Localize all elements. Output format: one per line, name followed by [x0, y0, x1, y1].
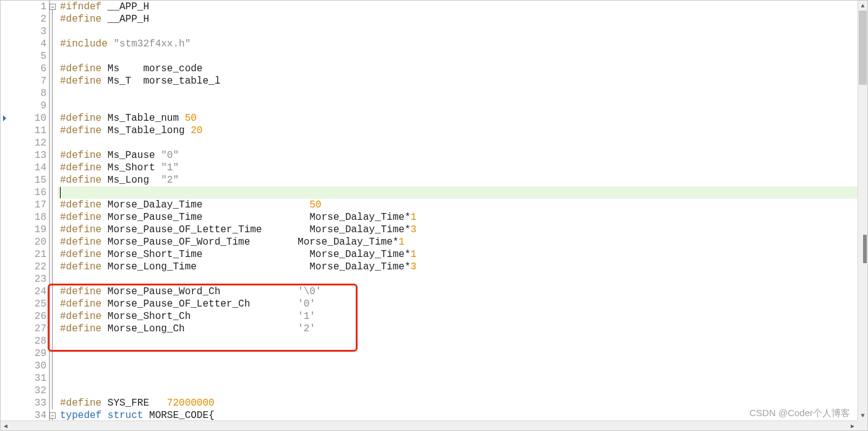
line-number-gutter[interactable]: 1234567891011121314151617181920212223242…: [1, 1, 50, 420]
line-number: 6: [1, 63, 48, 75]
code-line[interactable]: #define Ms_Table_long 20: [58, 124, 857, 137]
line-number: 10: [1, 112, 48, 124]
line-number: 11: [1, 124, 48, 137]
vertical-scroll-track[interactable]: [858, 11, 867, 411]
code-token: #define: [60, 311, 108, 322]
code-line[interactable]: #define Ms morse_code: [58, 63, 857, 75]
code-token: Morse_Pause_OF_Word_Time Morse_Dalay_Tim…: [108, 237, 398, 248]
code-line[interactable]: #define Ms_T morse_table_l: [58, 75, 857, 87]
code-token: Morse_Pause_OF_Letter_Ch: [108, 298, 298, 310]
scroll-down-button[interactable]: ▼: [858, 411, 867, 420]
code-line[interactable]: #define Morse_Long_Ch '2': [58, 323, 857, 335]
line-number: 27: [1, 323, 48, 335]
code-token: Morse_Pause_Time Morse_Dalay_Time*: [108, 212, 411, 223]
code-line[interactable]: [58, 335, 857, 347]
code-token: __APP_H: [108, 14, 149, 25]
line-number: 20: [1, 236, 48, 248]
line-number: 33: [1, 397, 48, 409]
code-token: Morse_Long_Ch: [108, 323, 298, 334]
code-token: #define: [60, 249, 108, 260]
code-line[interactable]: #define Morse_Pause_OF_Letter_Ch '0': [58, 298, 857, 310]
code-token: #include: [60, 38, 113, 50]
code-token: '\0': [298, 286, 321, 297]
fold-toggle-icon[interactable]: [49, 4, 56, 10]
code-token: 72000000: [167, 398, 215, 409]
code-line[interactable]: #define Morse_Pause_Time Morse_Dalay_Tim…: [58, 211, 857, 224]
line-number: 28: [1, 335, 48, 347]
code-text-area[interactable]: #ifndef __APP_H#define __APP_H#include "…: [58, 1, 857, 420]
code-line[interactable]: #define Morse_Pause_Word_Ch '\0': [58, 285, 857, 298]
vertical-scroll-thumb[interactable]: [859, 11, 867, 85]
line-number: 2: [1, 13, 48, 25]
scroll-left-button[interactable]: ◀: [1, 421, 11, 430]
code-token: typedef struct: [60, 410, 143, 420]
line-number: 29: [1, 347, 48, 360]
code-token: "stm32f4xx.h": [113, 38, 191, 50]
line-number: 16: [1, 186, 48, 199]
code-line[interactable]: #define Ms_Long "2": [58, 174, 857, 186]
code-token: Morse_Pause_Word_Ch: [108, 286, 298, 297]
code-token: #define: [60, 237, 108, 248]
code-token: 50: [309, 199, 321, 211]
horizontal-scrollbar[interactable]: ◀ ▶: [1, 420, 857, 430]
code-token: Ms_Short: [108, 162, 161, 173]
line-number: 8: [1, 87, 48, 100]
code-line[interactable]: [58, 186, 857, 199]
scroll-up-button[interactable]: ▲: [858, 1, 867, 11]
code-line[interactable]: [58, 87, 857, 100]
code-line[interactable]: #define Ms_Short "1": [58, 162, 857, 174]
code-line[interactable]: #include "stm32f4xx.h": [58, 38, 857, 50]
code-line[interactable]: #define Morse_Short_Time Morse_Dalay_Tim…: [58, 248, 857, 261]
code-token: #define: [60, 150, 108, 161]
code-editor: 1234567891011121314151617181920212223242…: [0, 0, 868, 431]
code-line[interactable]: [58, 347, 857, 360]
code-line[interactable]: [58, 372, 857, 385]
code-line[interactable]: typedef struct MORSE_CODE{: [58, 409, 857, 420]
code-line[interactable]: #define Morse_Long_Time Morse_Dalay_Time…: [58, 261, 857, 273]
code-token: #define: [60, 14, 108, 25]
editor-inner: 1234567891011121314151617181920212223242…: [1, 1, 857, 420]
code-token: #define: [60, 323, 108, 334]
code-token: #define: [60, 398, 108, 409]
code-line[interactable]: #define Morse_Short_Ch '1': [58, 310, 857, 323]
code-line[interactable]: [58, 385, 857, 397]
code-line[interactable]: #define Morse_Pause_OF_Letter_Time Morse…: [58, 224, 857, 236]
code-token: 3: [411, 261, 417, 272]
code-line[interactable]: [58, 273, 857, 285]
code-line[interactable]: #define SYS_FRE 72000000: [58, 397, 857, 409]
code-line[interactable]: #define Morse_Dalay_Time 50: [58, 199, 857, 211]
code-token: '1': [298, 311, 316, 322]
code-line[interactable]: [58, 360, 857, 372]
code-token: "1": [161, 162, 179, 173]
vertical-scrollbar[interactable]: ▲ ▼: [857, 1, 867, 420]
code-token: Ms_Long: [108, 175, 161, 186]
code-line[interactable]: #define __APP_H: [58, 13, 857, 25]
code-line[interactable]: [58, 137, 857, 149]
code-line[interactable]: #define Morse_Pause_OF_Word_Time Morse_D…: [58, 236, 857, 248]
code-token: 3: [411, 224, 417, 235]
code-line[interactable]: #define Ms_Table_num 50: [58, 112, 857, 124]
code-line[interactable]: #define Ms_Pause "0": [58, 149, 857, 162]
code-line[interactable]: [58, 100, 857, 112]
code-token: #define: [60, 76, 108, 87]
code-token: Ms morse_code: [108, 63, 203, 74]
code-token: #define: [60, 261, 108, 272]
fold-column[interactable]: [49, 1, 58, 420]
code-line[interactable]: #ifndef __APP_H: [58, 1, 857, 13]
code-token: #define: [60, 224, 108, 235]
scrollbar-corner: [857, 420, 867, 430]
code-token: #define: [60, 212, 108, 223]
fold-toggle-icon[interactable]: [49, 412, 56, 419]
code-line[interactable]: [58, 50, 857, 63]
code-token: 1: [411, 249, 417, 260]
code-token: "0": [161, 150, 179, 161]
scroll-right-button[interactable]: ▶: [848, 421, 857, 430]
code-line[interactable]: [58, 25, 857, 38]
code-token: 50: [185, 113, 197, 124]
code-token: 1: [411, 212, 417, 223]
line-number: 26: [1, 310, 48, 323]
code-token: __APP_H: [108, 1, 149, 12]
line-number: 34: [1, 409, 48, 420]
line-number: 23: [1, 273, 48, 285]
code-token: Ms_Pause: [108, 150, 161, 161]
